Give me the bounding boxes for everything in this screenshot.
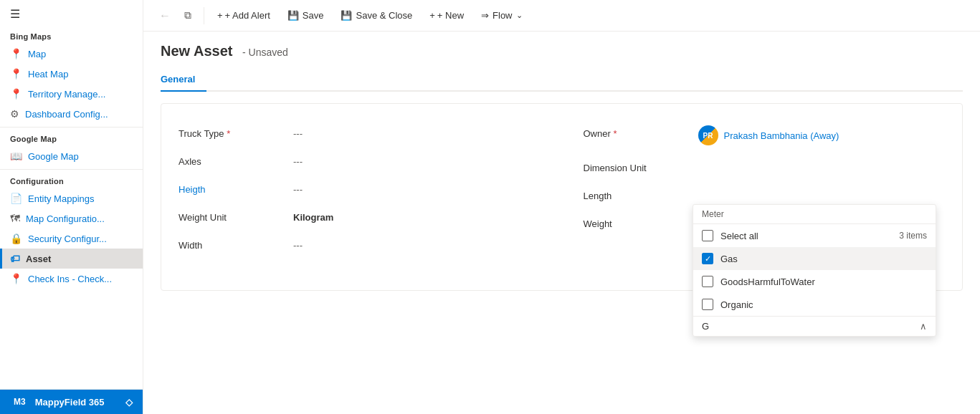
owner-name[interactable]: Prakash Bambhania (Away)	[724, 130, 839, 141]
sidebar-item-map-config[interactable]: 🗺 Map Configuratio...	[0, 208, 143, 228]
sidebar-item-map[interactable]: 📍 Map	[0, 44, 143, 64]
owner-label: Owner	[584, 125, 698, 139]
save-button[interactable]: 💾 Save	[280, 7, 331, 24]
height-value[interactable]: ---	[293, 181, 303, 195]
sidebar-item-asset[interactable]: 🏷 Asset	[0, 249, 143, 269]
flow-label: Flow	[493, 10, 512, 21]
add-alert-label: + Add Alert	[225, 10, 270, 21]
sidebar-item-google-map[interactable]: 📖 Google Map	[0, 146, 143, 166]
form-row-weight-unit: Weight Unit Kilogram	[179, 202, 533, 230]
dropdown-header: Meter	[693, 205, 936, 224]
truck-type-value[interactable]: ---	[293, 125, 303, 139]
sidebar-item-dashboard[interactable]: ⚙ Dashboard Config...	[0, 104, 143, 124]
sidebar-item-label: Heat Map	[28, 69, 68, 80]
save-label: Save	[303, 10, 324, 21]
sidebar-item-entity-mappings[interactable]: 📄 Entity Mappings	[0, 188, 143, 208]
form-card: Truck Type --- Axles --- Heigth ---	[161, 103, 963, 291]
sidebar-section-configuration: Configuration	[0, 173, 143, 188]
map-icon: 📍	[10, 48, 22, 59]
add-alert-button[interactable]: + + Add Alert	[210, 7, 277, 24]
sidebar-item-heat-map[interactable]: 📍 Heat Map	[0, 64, 143, 84]
heatmap-icon: 📍	[10, 68, 22, 80]
dropdown-item-goods-harmful[interactable]: GoodsHarmfulToWater	[693, 270, 936, 293]
toolbar-nav: ←	[155, 6, 175, 26]
security-icon: 🔒	[10, 233, 22, 244]
meter-dropdown: Meter Select all 3 items ✓ Gas	[693, 204, 936, 337]
toolbar-separator-1	[204, 7, 204, 24]
back-button[interactable]: ←	[155, 6, 175, 26]
form-section: Truck Type --- Axles --- Heigth ---	[179, 118, 945, 276]
flow-chevron-icon: ⌄	[516, 11, 523, 20]
sidebar-item-label: Security Configur...	[28, 234, 107, 244]
dropdown-header-label: Meter	[702, 209, 724, 219]
sidebar-item-security[interactable]: 🔒 Security Configur...	[0, 228, 143, 249]
save-close-button[interactable]: 💾 Save & Close	[333, 7, 419, 24]
dimension-unit-label: Dimension Unit	[584, 160, 698, 173]
organic-label: Organic	[720, 299, 753, 310]
weight-unit-value[interactable]: Kilogram	[293, 209, 333, 223]
form-row-height: Heigth ---	[179, 174, 533, 202]
sidebar: ☰ Bing Maps 📍 Map 📍 Heat Map 📍 Territory…	[0, 0, 143, 414]
sidebar-bottom-brand[interactable]: M3 MappyField 365 ◇	[0, 389, 143, 414]
page-content: New Asset - Unsaved General Truck Type -…	[143, 32, 980, 414]
width-value[interactable]: ---	[293, 237, 303, 251]
dropdown-search: ∧	[693, 316, 936, 336]
sidebar-divider	[0, 127, 143, 127]
m3-badge: M3	[10, 395, 29, 408]
height-label[interactable]: Heigth	[179, 181, 293, 195]
sidebar-item-territory[interactable]: 📍 Territory Manage...	[0, 84, 143, 104]
main-content: ← ⧉ + + Add Alert 💾 Save 💾 Save & Close …	[143, 0, 980, 414]
entity-icon: 📄	[10, 193, 22, 204]
axles-label: Axles	[179, 153, 293, 167]
form-col-left: Truck Type --- Axles --- Heigth ---	[179, 118, 562, 276]
form-col-right: Owner PR Prakash Bambhania (Away) Dimens…	[562, 118, 946, 276]
flow-button[interactable]: ⇒ Flow ⌄	[474, 7, 529, 24]
brand-diamond-icon: ◇	[125, 397, 133, 408]
flow-icon: ⇒	[481, 10, 489, 21]
checkins-icon: 📍	[10, 273, 22, 284]
page-title: New Asset - Unsaved	[161, 43, 963, 59]
new-icon: +	[429, 10, 435, 21]
goods-harmful-checkbox[interactable]	[702, 276, 713, 287]
width-label: Width	[179, 237, 293, 251]
sidebar-item-label: Map	[28, 49, 46, 59]
sidebar-item-label: Google Map	[28, 151, 79, 162]
hamburger-icon[interactable]: ☰	[0, 0, 143, 28]
new-label: + New	[437, 10, 464, 21]
form-row-width: Width ---	[179, 230, 533, 258]
sidebar-item-label: Asset	[26, 254, 51, 264]
google-map-icon: 📖	[10, 150, 22, 162]
gas-checkbox[interactable]: ✓	[702, 253, 713, 264]
sidebar-item-label: Map Configuratio...	[26, 213, 105, 224]
select-all-checkbox[interactable]	[702, 230, 713, 241]
dropdown-collapse-icon[interactable]: ∧	[920, 321, 927, 332]
save-close-icon: 💾	[341, 10, 352, 21]
brand-label: MappyField 365	[35, 397, 105, 408]
restore-button[interactable]: ⧉	[178, 6, 198, 26]
sidebar-section-google-map: Google Map	[0, 130, 143, 146]
sidebar-item-label: Check Ins - Check...	[28, 274, 112, 284]
new-button[interactable]: + + New	[422, 7, 471, 24]
goods-harmful-label: GoodsHarmfulToWater	[720, 276, 815, 287]
map-config-icon: 🗺	[10, 213, 20, 224]
sidebar-item-label: Territory Manage...	[28, 89, 105, 100]
owner-field: PR Prakash Bambhania (Away)	[698, 125, 839, 145]
organic-checkbox[interactable]	[702, 299, 713, 310]
dropdown-item-gas[interactable]: ✓ Gas	[693, 247, 936, 270]
save-close-label: Save & Close	[356, 10, 412, 21]
toolbar: ← ⧉ + + Add Alert 💾 Save 💾 Save & Close …	[143, 0, 980, 32]
gas-label: Gas	[720, 254, 738, 264]
dropdown-item-select-all[interactable]: Select all 3 items	[693, 224, 936, 247]
length-label: Length	[584, 188, 698, 201]
save-icon: 💾	[287, 10, 299, 21]
dropdown-search-input[interactable]	[702, 321, 914, 332]
dropdown-item-organic[interactable]: Organic	[693, 293, 936, 316]
page-title-text: New Asset	[161, 43, 232, 59]
tabs: General	[161, 68, 963, 92]
asset-icon: 🏷	[10, 253, 20, 264]
axles-value[interactable]: ---	[293, 153, 303, 167]
unsaved-label: - Unsaved	[242, 47, 288, 58]
owner-avatar: PR	[698, 125, 718, 145]
tab-general[interactable]: General	[161, 68, 206, 92]
sidebar-item-check-ins[interactable]: 📍 Check Ins - Check...	[0, 269, 143, 289]
